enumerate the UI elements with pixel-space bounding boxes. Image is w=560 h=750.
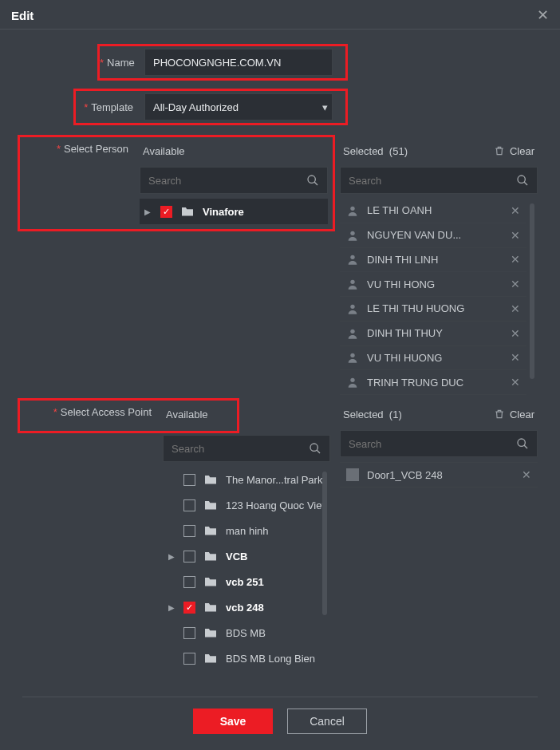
person-name: DINH THI LINH xyxy=(367,254,503,266)
ap-selected-search-input[interactable] xyxy=(349,438,516,450)
checkbox[interactable]: ✓ xyxy=(183,602,195,614)
selected-person-item[interactable]: TRINH TRUNG DUC ✕ xyxy=(340,370,526,395)
ap-tree-item[interactable]: BDS MB Long Bien xyxy=(163,645,330,669)
selected-person-item[interactable]: VU THI HUONG ✕ xyxy=(340,346,526,371)
person-available-search-input[interactable] xyxy=(148,175,306,187)
available-label-person: Available xyxy=(143,145,185,157)
ap-tree-item[interactable]: ▶ VCB xyxy=(163,543,330,569)
cancel-button[interactable]: Cancel xyxy=(287,709,367,734)
remove-icon[interactable]: ✕ xyxy=(522,468,531,481)
expand-caret-icon[interactable]: ▶ xyxy=(144,207,152,216)
ap-available-search[interactable] xyxy=(163,435,330,462)
selected-person-item[interactable]: DINH THI LINH ✕ xyxy=(340,248,526,273)
person-icon xyxy=(346,229,359,242)
close-icon[interactable]: ✕ xyxy=(537,6,549,24)
folder-icon xyxy=(180,206,195,217)
titlebar: Edit ✕ xyxy=(0,0,560,29)
selected-person-item[interactable]: LE THI THU HUONG ✕ xyxy=(340,297,526,322)
ap-label: VCB xyxy=(226,551,247,562)
ap-label: vcb 251 xyxy=(226,576,264,588)
template-select[interactable]: ▾ xyxy=(144,93,336,120)
svg-point-0 xyxy=(308,176,315,183)
checkbox[interactable] xyxy=(183,474,195,486)
save-button[interactable]: Save xyxy=(193,709,273,734)
ap-label: BDS MB Long Bien xyxy=(226,653,315,665)
selected-person-item[interactable]: VU THI HONG ✕ xyxy=(340,272,526,297)
selected-ap-label: Selected xyxy=(343,409,384,420)
svg-point-4 xyxy=(350,207,354,211)
remove-icon[interactable]: ✕ xyxy=(511,229,520,242)
person-selected-search-input[interactable] xyxy=(349,175,516,187)
checkbox[interactable] xyxy=(183,551,195,562)
person-tree-label: Vinafore xyxy=(203,206,244,218)
select-access-point-section: *Select Access Point Available The Manor… xyxy=(22,403,538,669)
person-available-search[interactable] xyxy=(140,167,328,194)
remove-icon[interactable]: ✕ xyxy=(511,278,520,290)
clear-ap-button[interactable]: Clear xyxy=(494,409,534,420)
ap-tree-item[interactable]: BDS MB xyxy=(163,620,330,645)
search-icon xyxy=(309,442,321,455)
ap-tree-item[interactable]: vcb 251 xyxy=(163,569,330,594)
svg-point-8 xyxy=(350,305,354,309)
ap-tree: The Manor...tral Park 123 Hoang Quoc Vie… xyxy=(163,467,330,669)
person-name: VU THI HUONG xyxy=(367,352,503,364)
ap-tree-item[interactable]: man hinh xyxy=(163,518,330,543)
ap-available-search-input[interactable] xyxy=(172,443,309,455)
person-icon xyxy=(346,302,359,315)
template-value[interactable] xyxy=(144,93,333,120)
edit-modal: Edit ✕ *Name *Template xyxy=(0,0,560,750)
ap-label: man hinh xyxy=(226,525,268,537)
ap-tree-item[interactable]: The Manor...tral Park xyxy=(163,467,330,492)
checkbox[interactable] xyxy=(183,627,195,639)
scrollbar[interactable] xyxy=(322,472,327,615)
search-icon xyxy=(306,174,319,187)
ap-label: BDS MB xyxy=(226,627,266,639)
ap-label: 123 Hoang Quoc Viet xyxy=(226,499,325,511)
remove-icon[interactable]: ✕ xyxy=(511,302,520,315)
trash-icon xyxy=(494,409,505,420)
checkbox[interactable] xyxy=(183,499,195,511)
remove-icon[interactable]: ✕ xyxy=(511,327,520,340)
folder-icon xyxy=(203,551,218,562)
clear-persons-button[interactable]: Clear xyxy=(494,145,534,157)
checkbox[interactable] xyxy=(183,653,195,665)
select-person-section: *Select Person Available ▶ ✓ xyxy=(22,140,538,395)
selected-ap-item[interactable]: Door1_VCB 248 ✕ xyxy=(340,462,538,488)
footer: Save Cancel xyxy=(0,697,560,750)
name-input[interactable] xyxy=(144,49,333,76)
checkbox[interactable] xyxy=(183,525,195,537)
search-icon xyxy=(516,174,529,187)
ap-label: The Manor...tral Park xyxy=(226,474,322,486)
person-name: NGUYEN VAN DU... xyxy=(367,229,503,241)
selected-person-item[interactable]: DINH THI THUY ✕ xyxy=(340,322,526,346)
clear-label: Clear xyxy=(510,409,534,420)
checkbox[interactable] xyxy=(183,576,195,588)
template-label: Template xyxy=(91,101,133,113)
ap-tree-item[interactable]: 123 Hoang Quoc Viet xyxy=(163,492,330,518)
svg-point-12 xyxy=(310,444,317,451)
remove-icon[interactable]: ✕ xyxy=(511,351,520,364)
person-name: DINH THI THUY xyxy=(367,327,503,339)
folder-icon xyxy=(203,576,218,587)
person-tree-item[interactable]: ▶ ✓ Vinafore xyxy=(140,199,328,224)
remove-icon[interactable]: ✕ xyxy=(511,376,520,389)
person-selected-search[interactable] xyxy=(340,167,538,194)
name-label: Name xyxy=(107,57,135,69)
selected-persons-label: Selected xyxy=(343,145,384,157)
folder-icon xyxy=(203,627,218,638)
door-icon xyxy=(346,468,359,481)
selected-person-item[interactable]: NGUYEN VAN DU... ✕ xyxy=(340,223,526,248)
selected-persons-count: 51 xyxy=(392,145,404,157)
expand-caret-icon[interactable]: ▶ xyxy=(168,603,175,612)
svg-point-11 xyxy=(350,378,354,382)
svg-point-2 xyxy=(518,176,525,183)
scrollbar[interactable] xyxy=(530,203,534,379)
expand-caret-icon[interactable]: ▶ xyxy=(168,552,175,561)
svg-line-13 xyxy=(317,450,320,453)
ap-tree-item[interactable]: ▶ ✓ vcb 248 xyxy=(163,594,330,620)
remove-icon[interactable]: ✕ xyxy=(511,204,520,217)
selected-person-item[interactable]: LE THI OANH ✕ xyxy=(340,199,526,223)
ap-selected-search[interactable] xyxy=(340,430,538,457)
checkbox[interactable]: ✓ xyxy=(160,206,172,218)
remove-icon[interactable]: ✕ xyxy=(511,253,520,266)
